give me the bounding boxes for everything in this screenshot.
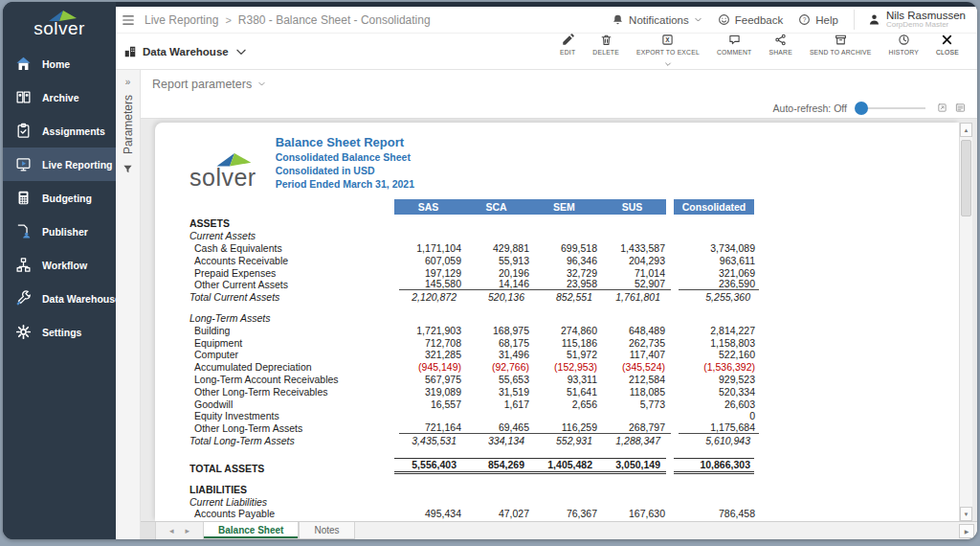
next-sheet-icon[interactable]: ▸ [186, 526, 190, 535]
cell-value: 55,653 [467, 374, 535, 385]
table-row: Accounts Receivable607,05955,91396,34620… [189, 254, 959, 266]
cell-value: 321,285 [399, 349, 467, 360]
cell-value: 118,085 [603, 386, 671, 398]
auto-refresh-slider[interactable] [857, 107, 925, 109]
cell-value: 52,907 [603, 278, 671, 289]
breadcrumb-module[interactable]: Live Reporting [145, 13, 218, 27]
scroll-up-icon[interactable]: ▲ [960, 123, 972, 137]
cell-value-consolidated: 929,523 [679, 374, 759, 385]
sheet-tab-strip: ◂ ▸ Balance Sheet Notes ▶ [141, 521, 977, 539]
cell-value: 5,556,403 [394, 459, 462, 470]
export-to-excel-button[interactable]: XEXPORT TO EXCEL [628, 31, 708, 72]
expand-view-icon[interactable] [937, 102, 947, 113]
cell-value: 20,196 [467, 267, 535, 279]
sidebar-item-budgeting[interactable]: Budgeting [3, 181, 116, 215]
notifications-button[interactable]: Notifications [612, 13, 702, 26]
sidebar-item-settings[interactable]: Settings [3, 315, 116, 349]
smiley-icon [718, 13, 730, 26]
cell-value: (152,953) [535, 361, 603, 373]
share-button[interactable]: SHARE [760, 31, 800, 56]
tab-balance-sheet[interactable]: Balance Sheet [203, 522, 299, 539]
table-row: Building1,721,903168,975274,860648,4892,… [189, 324, 959, 336]
cell-value: 607,059 [399, 255, 467, 266]
table-row: Computer321,28531,49651,972117,407522,16… [189, 349, 959, 361]
auto-refresh-knob[interactable] [855, 102, 868, 115]
table-header: SAS SCA SEM SUS Consolidated [189, 199, 959, 215]
solver-logo: solver [3, 2, 116, 47]
report-titles: Balance Sheet Report Consolidated Balanc… [276, 135, 414, 192]
vertical-scrollbar[interactable]: ▲ ▼ [959, 123, 972, 521]
user-menu[interactable]: Nils Rasmussen CorpDemo Master [854, 10, 966, 30]
cell-value: 852,551 [530, 291, 598, 303]
comment-icon [728, 34, 741, 46]
cell-value: 117,407 [603, 349, 671, 360]
sidebar-item-live-reporting[interactable]: Live Reporting [3, 148, 116, 181]
action-label: SEND TO ARCHIVE [810, 49, 872, 56]
report-title: Balance Sheet Report [276, 135, 414, 149]
table-row: Other Long-Term Receivables319,08931,519… [189, 385, 959, 398]
table-row: Total Long-Term Assets3,435,531334,13455… [189, 434, 959, 446]
table-row: Long-Term Account Receivables567,97555,6… [189, 373, 959, 385]
expand-rail-icon[interactable]: » [125, 77, 131, 87]
vertical-scroll-thumb[interactable] [961, 140, 971, 216]
table-row: Prepaid Expenses197,12920,19632,72971,01… [189, 266, 959, 279]
action-label: COMMENT [717, 49, 752, 56]
help-button[interactable]: ? Help [798, 13, 838, 26]
row-label: Long-Term Account Receivables [189, 374, 399, 385]
sidebar-item-workflow[interactable]: Workflow [3, 248, 116, 282]
send-to-archive-button[interactable]: SEND TO ARCHIVE [801, 31, 880, 56]
details-icon[interactable] [955, 102, 966, 113]
content-row: » Parameters Report parameters Auto-refr… [116, 70, 977, 539]
cell-value: 5,773 [603, 398, 671, 410]
cell-value: 699,518 [535, 242, 603, 254]
history-button[interactable]: HISTORY [880, 31, 927, 56]
chevron-down-icon [234, 45, 248, 58]
cell-value: 712,708 [399, 337, 467, 349]
sidebar-item-label: Publisher [42, 226, 88, 238]
row-spacer [189, 446, 959, 455]
sidebar-item-home[interactable]: Home [3, 47, 116, 80]
cell-value-consolidated: 1,158,803 [679, 337, 759, 349]
report-subtitle-3: Period Ended March 31, 2021 [276, 178, 414, 192]
sidebar-item-archive[interactable]: Archive [3, 80, 116, 114]
svg-text:?: ? [803, 16, 807, 23]
data-source-label: Data Warehouse [143, 46, 229, 57]
report-header: solver Balance Sheet Report Consolidated… [189, 135, 959, 192]
share-icon [774, 34, 787, 46]
horizontal-scrollbar[interactable]: ▶ [959, 522, 977, 539]
report-parameters-toggle[interactable]: Report parameters [141, 70, 977, 98]
building-icon [123, 45, 137, 58]
column-header-sem: SEM [530, 199, 598, 215]
sidebar-item-label: Assignments [42, 125, 105, 137]
scroll-down-icon[interactable]: ▼ [960, 507, 972, 521]
column-header-sca: SCA [462, 199, 530, 215]
cell-value-consolidated: 522,160 [679, 349, 759, 360]
scroll-right-icon[interactable]: ▶ [959, 524, 974, 538]
sidebar-item-data-warehouse[interactable]: Data Warehouse [3, 282, 116, 315]
data-source-selector[interactable]: Data Warehouse [123, 45, 248, 58]
report-logo: solver [189, 152, 256, 192]
menu-icon[interactable] [122, 13, 135, 27]
comment-button[interactable]: COMMENT [708, 31, 761, 56]
cell-value: 648,489 [603, 325, 671, 336]
table-row: ASSETS [189, 217, 959, 230]
tab-notes[interactable]: Notes [299, 522, 354, 539]
trash-icon [600, 34, 612, 46]
close-button[interactable]: CLOSE [927, 31, 968, 56]
sidebar-item-publisher[interactable]: Publisher [3, 215, 116, 248]
publisher-icon [15, 223, 32, 239]
cell-value: 2,656 [535, 398, 603, 410]
refresh-bar: Auto-refresh: Off [141, 98, 977, 119]
sidebar-item-assignments[interactable]: Assignments [3, 114, 116, 148]
table-body: ASSETSCurrent AssetsCash & Equivalents1,… [189, 217, 959, 521]
edit-button[interactable]: EDIT [551, 31, 584, 56]
cell-value-consolidated: 236,590 [679, 278, 759, 289]
prev-sheet-icon[interactable]: ◂ [169, 526, 174, 535]
parameters-rail[interactable]: » Parameters [116, 70, 141, 539]
brand-name: solver [33, 18, 85, 38]
user-icon [868, 13, 880, 26]
table-row: Long-Term Assets [189, 311, 959, 324]
vertical-scroll-track[interactable] [960, 137, 972, 507]
delete-button[interactable]: DELETE [584, 31, 628, 56]
feedback-button[interactable]: Feedback [718, 13, 784, 26]
